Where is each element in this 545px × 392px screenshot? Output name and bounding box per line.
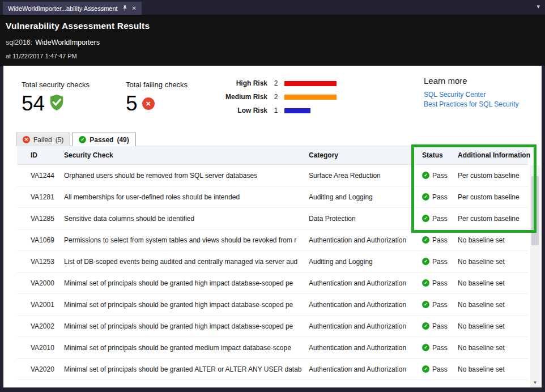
scroll-up-icon[interactable]: ▲	[530, 165, 540, 175]
cell-status-text: Pass	[432, 172, 448, 180]
results-grid: ID Security Check Category Status Additi…	[17, 146, 528, 380]
cell-category: Authentication and Authorization	[309, 344, 422, 352]
pass-icon: ✓	[422, 365, 429, 373]
table-row[interactable]: VA2010 Minimal set of principals should …	[17, 337, 528, 359]
vertical-scrollbar[interactable]: ▲ ▼	[530, 165, 540, 387]
passed-icon: ✓	[79, 136, 86, 143]
cell-id: VA2000	[31, 279, 64, 287]
scrollbar-thumb[interactable]	[531, 176, 539, 245]
cell-status: ✓ Pass	[422, 322, 458, 330]
scrollbar-track[interactable]	[530, 175, 540, 378]
cell-id: VA2002	[31, 322, 64, 330]
risk-bar	[284, 81, 337, 86]
database-name: WideWorldImporters	[35, 39, 100, 46]
column-header-category[interactable]: Category	[309, 151, 422, 159]
cell-status: ✓ Pass	[422, 193, 458, 201]
table-row[interactable]: VA1285 Sensitive data columns should be …	[17, 208, 528, 229]
table-row[interactable]: VA1281 All memberships for user-defined …	[17, 186, 528, 208]
tab-failed-label: Failed	[33, 136, 52, 144]
risk-count: 2	[267, 79, 284, 87]
cell-status: ✓ Pass	[422, 279, 458, 287]
column-header-status[interactable]: Status	[422, 151, 458, 159]
error-circle-icon: ✕	[142, 97, 155, 110]
document-tab[interactable]: WideWorldImporter...ability Assessment ✕	[3, 2, 142, 15]
scan-timestamp: at 11/22/2017 1:47:47 PM	[6, 53, 545, 59]
tab-failed-count: (5)	[56, 136, 64, 144]
table-row[interactable]: VA2020 Minimal set of principals should …	[17, 359, 528, 380]
column-header-id[interactable]: ID	[31, 151, 64, 159]
cell-status-text: Pass	[432, 301, 448, 309]
cell-id: VA1244	[31, 172, 64, 180]
learn-more-title: Learn more	[424, 76, 519, 86]
cell-status: ✓ Pass	[422, 365, 458, 373]
cell-category: Authentication and Authorization	[309, 236, 422, 244]
learn-more-panel: Learn more SQL Security CenterBest Pract…	[424, 76, 519, 108]
cell-info: No baseline set	[458, 344, 528, 352]
results-content: Total security checks 54 Total failing c…	[3, 66, 542, 387]
cell-info: Per custom baseline	[458, 172, 528, 180]
cell-id: VA2020	[31, 365, 64, 373]
table-row[interactable]: VA2002 Minimal set of principals should …	[17, 316, 528, 337]
cell-category: Authentication and Authorization	[309, 322, 422, 330]
total-checks-value: 54	[22, 92, 45, 116]
cell-status: ✓ Pass	[422, 172, 458, 180]
cell-check: All memberships for user-defined roles s…	[64, 193, 309, 201]
table-row[interactable]: VA2000 Minimal set of principals should …	[17, 272, 528, 294]
result-tabs: ✕ Failed (5) ✓ Passed (49)	[16, 133, 136, 146]
cell-info: Per custom baseline	[458, 193, 528, 201]
cell-category: Surface Area Reduction	[309, 172, 422, 180]
cell-status: ✓ Pass	[422, 215, 458, 223]
cell-check: Sensitive data columns should be identif…	[64, 215, 309, 223]
scroll-down-icon[interactable]: ▼	[530, 378, 540, 387]
cell-info: No baseline set	[458, 279, 528, 287]
risk-label: High Risk	[225, 79, 267, 87]
cell-info: No baseline set	[458, 365, 528, 373]
pin-icon[interactable]	[122, 5, 127, 11]
cell-id: VA1281	[31, 193, 64, 201]
risk-label: Low Risk	[225, 106, 267, 114]
pass-icon: ✓	[422, 279, 429, 287]
shield-check-icon	[49, 94, 64, 113]
cell-status-text: Pass	[432, 365, 448, 373]
cell-id: VA1069	[31, 236, 64, 244]
cell-status-text: Pass	[432, 279, 448, 287]
learn-more-link[interactable]: Best Practices for SQL Security	[424, 100, 519, 108]
cell-info: No baseline set	[458, 301, 528, 309]
column-header-additional-information[interactable]: Additional Information	[458, 151, 530, 159]
tab-failed[interactable]: ✕ Failed (5)	[16, 133, 70, 146]
learn-more-links: SQL Security CenterBest Practices for SQ…	[424, 91, 519, 108]
risk-count: 1	[267, 106, 284, 114]
close-icon[interactable]: ✕	[132, 5, 137, 11]
table-row[interactable]: VA1253 List of DB-scoped events being au…	[17, 251, 528, 272]
cell-status-text: Pass	[432, 344, 448, 352]
cell-check: Orphaned users should be removed from SQ…	[64, 172, 309, 180]
risk-bar	[284, 108, 310, 113]
cell-category: Authentication and Authorization	[309, 301, 422, 309]
cell-status: ✓ Pass	[422, 236, 458, 244]
cell-check: List of DB-scoped events being audited a…	[64, 258, 309, 266]
cell-check: Minimal set of principals should be gran…	[64, 279, 309, 287]
cell-status-text: Pass	[432, 193, 448, 201]
column-header-security-check[interactable]: Security Check	[64, 151, 309, 159]
page-title: Vulnerability Assessment Results	[6, 21, 545, 31]
tab-passed-label: Passed	[90, 136, 113, 144]
cell-status-text: Pass	[432, 258, 448, 266]
cell-status: ✓ Pass	[422, 344, 458, 352]
cell-check: Minimal set of principals should be gran…	[64, 365, 309, 373]
pass-icon: ✓	[422, 236, 429, 244]
cell-category: Auditing and Logging	[309, 258, 422, 266]
table-row[interactable]: VA1244 Orphaned users should be removed …	[17, 165, 528, 186]
cell-status-text: Pass	[432, 322, 448, 330]
tab-list-caret-icon[interactable]: ▾	[537, 3, 540, 10]
cell-info: No baseline set	[458, 236, 528, 244]
cell-category: Authentication and Authorization	[309, 365, 422, 373]
total-checks-label: Total security checks	[22, 80, 90, 89]
server-name: sql2016:	[6, 39, 32, 46]
total-checks-metric: Total security checks 54	[22, 80, 90, 116]
table-row[interactable]: VA1069 Permissions to select from system…	[17, 229, 528, 251]
tab-passed[interactable]: ✓ Passed (49)	[72, 133, 135, 146]
learn-more-link[interactable]: SQL Security Center	[424, 91, 519, 99]
server-database-line: sql2016:WideWorldImporters	[6, 39, 545, 46]
cell-status-text: Pass	[432, 236, 448, 244]
table-row[interactable]: VA2001 Minimal set of principals should …	[17, 294, 528, 316]
